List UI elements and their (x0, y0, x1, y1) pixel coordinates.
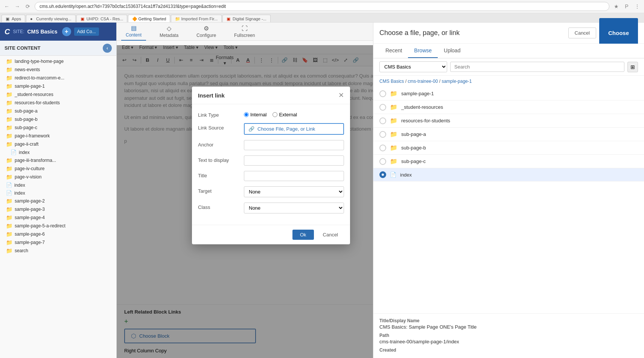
tab-uhpd[interactable]: ▣ UHPD: CSA - Res... (76, 15, 128, 22)
forward-button[interactable]: → (14, 3, 21, 10)
fp-item-student-resources[interactable]: 📁 _student-resources (373, 101, 644, 114)
tab-browse[interactable]: Browse (408, 44, 438, 58)
folder-icon: 📁 (6, 206, 12, 212)
folder-icon: 📁 (6, 125, 12, 131)
fp-radio-subpagec[interactable] (379, 158, 386, 165)
tab-fullscreen[interactable]: ⛶ Fullscreen (230, 23, 259, 40)
tree-item-label: search (15, 248, 28, 253)
external-radio-label[interactable]: External (273, 112, 297, 117)
breadcrumb-cms-basics[interactable]: CMS Basics (379, 79, 404, 84)
tab-favicon: ▣ (6, 17, 10, 21)
tree-item-pagetransforma[interactable]: 📁 page-iii-transforma... (0, 156, 116, 165)
back-button[interactable]: ← (3, 3, 11, 10)
fp-radio-subpagea[interactable] (379, 131, 386, 138)
tree-item-pagecraft[interactable]: 📁 page-ii-craft (0, 140, 116, 148)
fp-item-sample-page-1[interactable]: 📁 sample-page-1 (373, 87, 644, 101)
add-button[interactable]: + (62, 27, 71, 36)
file-search-input[interactable] (450, 62, 624, 72)
tree-item-label: page-iii-transforma... (15, 158, 56, 163)
tab-imported[interactable]: 📁 Imported From Fir... (171, 15, 222, 22)
fp-item-sub-page-b[interactable]: 📁 sub-page-b (373, 141, 644, 155)
fp-item-sub-page-a[interactable]: 📁 sub-page-a (373, 128, 644, 141)
site-name: CMS Basics (27, 29, 57, 35)
tree-item-sample3[interactable]: 📁 sample-page-3 (0, 205, 116, 213)
tab-metadata[interactable]: ◇ Metadata (155, 23, 183, 40)
reload-button[interactable]: ⟳ (24, 3, 32, 10)
tab-favicon-uhpd: ▣ (81, 17, 85, 21)
tab-favicon-dig: ▣ (227, 17, 231, 21)
cancel-button[interactable]: Cancel (317, 230, 344, 240)
tab-apps[interactable]: ▣ Apps (2, 15, 25, 22)
tree-item-index2[interactable]: 📄 index (0, 181, 116, 189)
external-radio[interactable] (273, 112, 277, 117)
tree-item-search[interactable]: 📁 search (0, 247, 116, 255)
tree-item-sample7[interactable]: 📁 sample-page-7 (0, 238, 116, 247)
fp-radio-resources[interactable] (379, 117, 386, 124)
link-source-button[interactable]: 🔗 Choose File, Page, or Link (244, 123, 344, 135)
fp-item-index[interactable]: 📄 index (373, 168, 644, 181)
add-content-button[interactable]: Add Co... (74, 27, 99, 36)
tab-configure[interactable]: ⚙ Configure (192, 23, 221, 40)
tab-digital[interactable]: ▣ Digital Signage -... (222, 15, 271, 22)
file-panel: Choose a file, page, or link Cancel Choo… (373, 23, 644, 358)
tree-item-redirect[interactable]: 📁 redirect-to-marcomm-e... (0, 74, 116, 82)
class-control: None (244, 203, 344, 213)
tree-item-pageculture[interactable]: 📁 page-iv-culture (0, 165, 116, 173)
tab-recent[interactable]: Recent (379, 44, 408, 58)
anchor-input[interactable] (244, 140, 344, 150)
tab-viewing[interactable]: ● Currently viewing... (26, 15, 76, 22)
fp-item-resources-for-students[interactable]: 📁 resources-for-students (373, 114, 644, 128)
title-row: Title (198, 171, 344, 181)
fp-details: Title/Display Name CMS Basics: Sample Pa… (373, 313, 644, 358)
browser-chrome: ← → ⟳ cms.uh.edu/entity/open.act?id=7397… (0, 0, 644, 23)
tree-item-sample6[interactable]: 📁 sample-page-6 (0, 230, 116, 238)
tree-item-subpagec[interactable]: 📁 sub-page-c (0, 123, 116, 132)
tree-item-subpagea[interactable]: 📁 sub-page-a (0, 107, 116, 115)
tree-item-sample5[interactable]: 📁 sample-page-5-a-redirect (0, 222, 116, 230)
bookmark-button[interactable]: ★ (612, 3, 620, 10)
tab-getting-started[interactable]: 🔶 Getting Started (128, 15, 170, 22)
tree-item-resources[interactable]: 📁 resources-for-students (0, 99, 116, 107)
internal-radio[interactable] (244, 112, 249, 117)
tree-item-news[interactable]: 📁 news-events (0, 66, 116, 74)
tree-item-index1[interactable]: 📄 index (0, 148, 116, 156)
anchor-row: Anchor (198, 140, 344, 150)
tree-item-pagevision[interactable]: 📁 page-v-vision (0, 173, 116, 181)
fp-radio-student[interactable] (379, 104, 386, 111)
url-bar[interactable]: cms.uh.edu/entity/open.act?id=7397b0cfac… (35, 2, 609, 11)
tree-item-pageframework[interactable]: 📁 page-i-framework (0, 132, 116, 140)
title-input[interactable] (244, 171, 344, 181)
internal-radio-label[interactable]: Internal (244, 112, 266, 117)
grid-view-button[interactable]: ⊞ (627, 62, 638, 72)
tab-content[interactable]: ▤ Content (121, 23, 146, 41)
fp-item-name: _student-resources (401, 104, 443, 110)
tree-item-sample4[interactable]: 📁 sample-page-4 (0, 213, 116, 222)
tree-item-sample2[interactable]: 📁 sample-page-2 (0, 197, 116, 205)
text-display-input[interactable] (244, 155, 344, 166)
ok-button[interactable]: Ok (292, 230, 314, 240)
fp-radio-subpageb[interactable] (379, 145, 386, 151)
breadcrumb-cms-trainee[interactable]: cms-trainee-00 (408, 79, 438, 84)
fp-radio-sample-page-1[interactable] (379, 90, 386, 97)
cms-filter-select[interactable]: CMS Basics (379, 61, 447, 72)
tree-item-index3[interactable]: 📄 index (0, 189, 116, 197)
path-value: cms-trainee-00/sample-page-1/index (379, 339, 638, 344)
tree-item-landing[interactable]: 📁 landing-type-home-page (0, 57, 116, 66)
tab-upload[interactable]: Upload (438, 44, 466, 58)
tree-item-student[interactable]: 📁 _student-resources (0, 90, 116, 99)
class-select[interactable]: None (244, 203, 344, 213)
link-icon: 🔗 (248, 126, 254, 132)
fp-item-sub-page-c[interactable]: 📁 sub-page-c (373, 155, 644, 168)
modal-close-button[interactable]: ✕ (338, 92, 344, 99)
tab-fullscreen-label: Fullscreen (234, 33, 255, 38)
breadcrumb-sample-page-1[interactable]: sample-page-1 (442, 79, 472, 84)
fp-radio-index[interactable] (379, 171, 386, 178)
cancel-fp-button[interactable]: Cancel (568, 27, 596, 38)
collapse-button[interactable]: ‹ (103, 44, 112, 53)
anchor-control (244, 140, 344, 150)
target-select[interactable]: None (244, 186, 344, 197)
profile-button[interactable]: P (623, 3, 630, 10)
tree-item-sample1[interactable]: 📁 sample-page-1 (0, 82, 116, 90)
tree-item-subpageb[interactable]: 📁 sub-page-b (0, 115, 116, 123)
menu-button[interactable]: ⋮ (633, 3, 641, 10)
